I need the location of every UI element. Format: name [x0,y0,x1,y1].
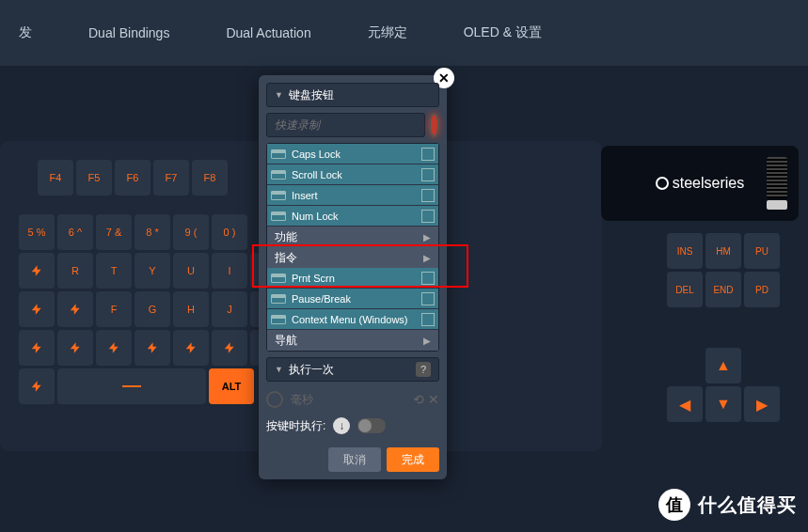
category-navigation[interactable]: 导航▶ [267,330,438,351]
key-bolt[interactable] [96,330,132,366]
press-toggle[interactable] [357,418,386,433]
keyboard-icon [271,149,286,159]
keyboard-icon [271,191,286,200]
key-i[interactable]: I [212,253,247,289]
key-pu[interactable]: PU [744,233,780,269]
key-bolt[interactable] [19,330,55,366]
cancel-button[interactable]: 取消 [328,447,381,472]
key-space[interactable] [57,368,206,404]
key-up[interactable]: ▲ [705,348,741,383]
key-h[interactable]: H [173,291,209,327]
checkbox[interactable] [421,313,435,326]
key-f5[interactable]: F5 [76,160,112,196]
key-0[interactable]: 0 ) [212,214,247,250]
key-pd[interactable]: PD [744,272,780,307]
watermark: 值 什么值得买 [658,489,797,521]
key-ins[interactable]: INS [667,233,703,269]
key-end[interactable]: END [705,272,741,307]
arrow-key-cluster: ▲ ◀ ▼ ▶ [667,348,780,425]
pause-icon [266,391,283,408]
checkbox[interactable] [421,210,435,223]
key-bolt[interactable] [19,253,55,289]
watermark-text: 什么值得买 [698,493,797,518]
item-caps-lock[interactable]: Caps Lock [267,144,438,164]
binding-type-dropdown[interactable]: ▼键盘按钮 [266,83,439,107]
item-num-lock[interactable]: Num Lock [267,206,438,227]
tab-dual-bindings[interactable]: Dual Bindings [88,25,169,40]
key-5[interactable]: 5 % [19,214,55,250]
keyboard-icon [271,170,286,180]
checkbox[interactable] [421,148,435,161]
key-bolt[interactable] [57,330,93,366]
press-label: 按键时执行: [266,418,325,434]
key-f4[interactable]: F4 [38,160,73,196]
oled-display: steelseries [601,146,799,221]
nav-key-cluster: INS HM PU DEL END PD [667,233,780,310]
display-mode-button[interactable] [767,200,787,210]
key-8[interactable]: 8 * [135,214,170,250]
keyboard-icon [271,211,286,221]
key-bolt[interactable] [173,330,209,366]
record-button[interactable] [429,113,439,137]
brand-logo: steelseries [656,175,744,192]
key-f8[interactable]: F8 [192,160,228,196]
item-pause-break[interactable]: Pause/Break [267,289,438,309]
key-j[interactable]: J [212,291,247,327]
tab-dual-actuation[interactable]: Dual Actuation [226,25,310,40]
key-bolt[interactable] [212,330,247,366]
key-g[interactable]: G [135,291,170,327]
help-icon[interactable]: ? [416,362,431,377]
item-prnt-scrn[interactable]: Prnt Scrn [267,268,438,289]
key-bolt[interactable] [19,291,55,327]
item-insert[interactable]: Insert [267,185,438,206]
keyboard-icon [271,274,286,283]
key-bolt[interactable] [135,330,170,366]
tab-trigger[interactable]: 发 [19,24,32,41]
key-del[interactable]: DEL [667,272,703,307]
checkbox[interactable] [421,272,435,285]
quick-record-input[interactable] [266,113,425,137]
done-button[interactable]: 完成 [387,447,439,472]
tab-meta-binding[interactable]: 元绑定 [368,24,407,41]
item-scroll-lock[interactable]: Scroll Lock [267,164,438,185]
binding-popup: ✕ ▼键盘按钮 Caps Lock Scroll Lock Insert Num… [259,75,447,479]
key-f6[interactable]: F6 [115,160,151,196]
tab-bar: 发 Dual Bindings Dual Actuation 元绑定 OLED … [0,0,808,66]
key-bolt[interactable] [19,368,55,404]
checkbox[interactable] [421,189,435,202]
repeat-icon[interactable]: ⟲ ✕ [413,392,439,407]
key-f7[interactable]: F7 [153,160,189,196]
timing-row: 毫秒 ⟲ ✕ [266,387,439,412]
category-function[interactable]: 功能▶ [267,227,438,247]
key-y[interactable]: Y [135,253,170,289]
key-left[interactable]: ◀ [667,386,703,422]
dropdown-label: 键盘按钮 [289,87,334,103]
press-execute-row: 按键时执行: ↓ [266,412,439,440]
checkbox[interactable] [421,292,435,305]
key-r[interactable]: R [57,253,93,289]
brand-text: steelseries [673,175,744,192]
action-list: Caps Lock Scroll Lock Insert Num Lock 功能… [266,143,439,352]
tab-oled-settings[interactable]: OLED & 设置 [464,24,542,41]
key-alt-selected[interactable]: ALT [209,368,254,404]
key-f[interactable]: F [96,291,132,327]
speaker-grille-icon [767,157,787,198]
execute-mode-dropdown[interactable]: ▼执行一次? [266,357,439,382]
key-down[interactable]: ▼ [705,386,741,422]
key-bolt[interactable] [57,291,93,327]
watermark-badge-icon: 值 [658,489,690,521]
keyboard-icon [271,315,286,324]
key-right[interactable]: ▶ [744,386,780,422]
key-7[interactable]: 7 & [96,214,132,250]
category-command[interactable]: 指令▶ [267,247,438,268]
keypress-down-icon: ↓ [333,417,350,434]
key-u[interactable]: U [173,253,209,289]
keyboard-icon [271,294,286,304]
timing-label: 毫秒 [291,392,313,408]
key-hm[interactable]: HM [705,233,741,269]
key-6[interactable]: 6 ^ [57,214,93,250]
key-9[interactable]: 9 ( [173,214,209,250]
key-t[interactable]: T [96,253,132,289]
item-context-menu[interactable]: Context Menu (Windows) [267,309,438,330]
checkbox[interactable] [421,168,435,181]
